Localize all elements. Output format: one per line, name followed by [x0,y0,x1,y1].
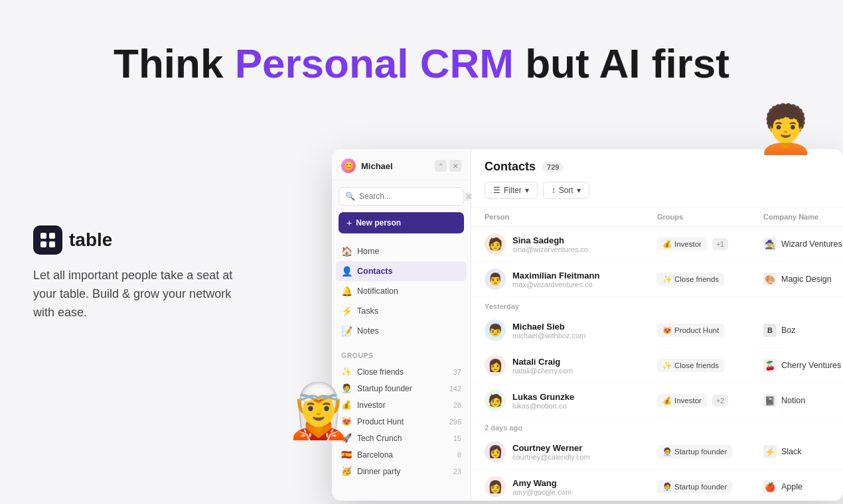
avatar: 🧑 [485,233,506,255]
group-name: Investor [357,401,386,410]
group-tag: 💰 Investor [657,237,707,251]
avatar: 🧑 [485,390,506,411]
company-name: Cherry Ventures [781,361,841,370]
table-row[interactable]: 👩 Amy Wang amy@google.com 🧑‍💼 Startup fo… [471,470,843,501]
company-cell: 🎨 Magic Design [763,273,843,286]
group-emoji: 🧑‍💼 [662,447,672,456]
sidebar-collapse-btn[interactable]: ⌃ [435,160,447,172]
company-name: Magic Design [781,275,832,284]
date-separator: 2 days ago [471,418,843,434]
company-name: Slack [781,447,802,456]
hero-title: Think Personal CRM but AI first [0,40,843,87]
logo-text: table [69,229,112,251]
group-item-product-hunt[interactable]: 😻 Product Hunt 296 [336,413,467,430]
group-tag: 😻 Product Hunt [657,324,724,337]
table-row[interactable]: 👩 Courtney Werner courtney@calendly.com … [471,434,843,470]
sort-icon: ↕ [552,186,556,195]
group-emoji: ✨ [341,367,352,377]
contacts-toolbar: ☰ Filter ▾ ↕ Sort ▾ [485,182,830,199]
new-person-button[interactable]: + New person [339,212,464,233]
company-logo: 🎨 [763,273,777,286]
notification-icon: 🔔 [341,286,352,296]
chevron-down-icon: ▾ [577,186,581,195]
group-item-dinner-party[interactable]: 🥳 Dinner party 23 [336,463,467,479]
company-logo: 🍎 [763,480,777,493]
groups-section: Groups ✨ Close friends 37 🧑‍💼 Startup fo… [332,344,471,482]
group-emoji: 😻 [662,326,672,335]
sidebar-username: Michael [361,161,393,171]
sidebar-item-label: Notes [357,326,379,336]
contact-name: Lukas Grunzke [512,392,574,402]
sidebar-item-tasks[interactable]: ⚡ Tasks [336,301,467,321]
group-name: Barcelona [357,450,393,460]
avatar: 👩 [485,476,506,497]
group-item-close-friends[interactable]: ✨ Close friends 37 [336,363,467,380]
groups-cell: ✨ Close friends [657,359,763,372]
avatar: 😊 [341,158,356,173]
group-item-startup-founder[interactable]: 🧑‍💼 Startup founder 142 [336,380,467,397]
group-name: Product Hunt [357,417,404,426]
group-emoji: 🇪🇸 [341,450,352,460]
contact-info: Sina Sadegh sina@wizarventures.co [512,235,588,253]
company-cell: ⚡ Slack [763,445,843,458]
groups-cell: 🧑‍💼 Startup founder [657,480,763,493]
sidebar-item-contacts[interactable]: 👤 Contacts [336,261,467,281]
filter-icon: ☰ [493,186,500,195]
table-row[interactable]: 👨 Maximilian Fleitmann max@wizardventure… [471,262,843,297]
character-avatar-left: 🧝 [285,385,345,451]
hero-title-accent: Personal CRM [235,40,514,86]
contact-email: max@wizardventures.co [512,281,599,288]
group-tag: 💰 Investor [657,394,707,407]
group-name: Dinner party [357,467,400,476]
contact-info: Amy Wang amy@google.com [512,478,572,496]
contact-info: Lukas Grunzke lukas@notion.co [512,392,574,410]
svg-rect-1 [49,233,55,239]
company-logo: 🧙 [763,237,777,251]
col-header-groups: Groups [657,213,763,221]
group-item-tech-crunch[interactable]: 🚀 Tech Crunch 15 [336,430,467,446]
search-icon: 🔍 [345,192,355,201]
table-row[interactable]: 🧑 Lukas Grunzke lukas@notion.co 💰 Invest… [471,383,843,418]
group-tag-extra: +2 [712,395,728,407]
group-item-investor[interactable]: 💰 Investor 28 [336,397,467,413]
contacts-title: Contacts [485,160,536,174]
avatar: 👨 [485,269,506,290]
contact-name: Courtney Werner [512,443,590,453]
search-input[interactable] [359,192,459,201]
group-emoji: 🥳 [341,466,352,476]
filter-label: Filter [504,186,522,195]
group-item-barcelona[interactable]: 🇪🇸 Barcelona 8 [336,446,467,463]
groups-cell: 😻 Product Hunt [657,324,763,337]
contacts-title-row: Contacts 729 [485,160,830,174]
filter-button[interactable]: ☰ Filter ▾ [485,182,538,199]
brand-section: table Let all important people take a se… [33,225,246,322]
table-row[interactable]: 👦 Michael Sieb michael@withboz.com 😻 Pro… [471,313,843,348]
contact-name: Natali Craig [512,357,573,367]
logo-container: table [33,225,246,255]
table-row[interactable]: 👩 Natali Craig natali@cherry.com ✨ Close… [471,348,843,383]
group-count: 296 [449,418,461,426]
hero-title-end: but AI first [514,40,729,86]
contact-email: sina@wizarventures.co [512,245,588,253]
home-icon: 🏠 [341,246,352,257]
contact-person: 🧑 Lukas Grunzke lukas@notion.co [485,390,657,411]
company-name: Boz [781,326,796,335]
search-box[interactable]: 🔍 ⌘+f [339,187,464,206]
sidebar-item-home[interactable]: 🏠 Home [336,241,467,261]
hero-title-start: Think [114,40,235,86]
chevron-down-icon: ▾ [525,186,529,195]
svg-rect-3 [49,241,55,247]
sidebar-item-notes[interactable]: 📝 Notes [336,321,467,341]
sidebar-item-notification[interactable]: 🔔 Notification [336,281,467,301]
company-logo: ⚡ [763,445,777,458]
company-cell: 🧙 Wizard Ventures [763,237,843,251]
company-cell: 🍒 Cherry Ventures [763,359,843,372]
contact-person: 👩 Amy Wang amy@google.com [485,476,657,497]
avatar: 👩 [485,355,506,376]
group-count: 28 [453,401,461,409]
sidebar-controls: ⌃ ✕ [435,160,461,172]
table-row[interactable]: 🧑 Sina Sadegh sina@wizarventures.co 💰 In… [471,227,843,262]
sidebar-close-btn[interactable]: ✕ [449,160,461,172]
contact-name: Sina Sadegh [512,235,588,245]
sort-button[interactable]: ↕ Sort ▾ [543,182,589,199]
